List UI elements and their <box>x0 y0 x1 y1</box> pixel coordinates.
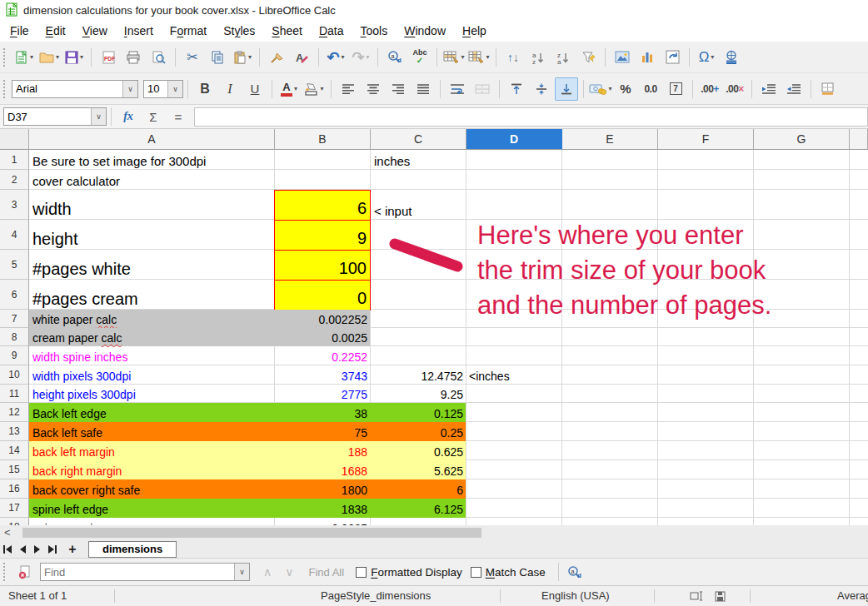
insert-row-button[interactable]: ▾ <box>442 46 466 69</box>
column-header-c[interactable]: C <box>371 129 466 150</box>
cell-A5[interactable]: #pages white <box>32 260 131 278</box>
cell-B15[interactable]: 1688 <box>275 465 367 478</box>
cell-C1[interactable]: inches <box>374 155 410 169</box>
wrap-text-button[interactable] <box>446 77 469 101</box>
justify-button[interactable] <box>412 77 435 101</box>
cell-A4[interactable]: height <box>32 230 78 248</box>
cell-B4-input[interactable]: 9 <box>274 220 371 251</box>
menu-window[interactable]: Window <box>396 22 454 40</box>
column-header-partial[interactable] <box>850 129 868 150</box>
cell-A16[interactable]: back cover right safe <box>32 484 140 497</box>
cell-reference-input[interactable] <box>4 109 91 124</box>
align-left-button[interactable] <box>337 77 360 101</box>
sort-descending-button[interactable]: za <box>551 46 575 69</box>
underline-button[interactable]: U <box>243 77 267 101</box>
format-currency-button[interactable]: ▾ <box>589 77 612 101</box>
print-preview-button[interactable] <box>147 46 170 69</box>
menu-help[interactable]: Help <box>454 22 495 40</box>
delete-decimal-button[interactable]: .00× <box>723 77 746 101</box>
autofilter-button[interactable] <box>576 46 600 69</box>
add-decimal-button[interactable]: .00+ <box>698 77 721 101</box>
insert-chart-button[interactable] <box>636 46 659 69</box>
font-name-combo[interactable]: ∨ <box>12 80 138 98</box>
cell-A8[interactable]: cream paper calc <box>32 332 122 345</box>
average-sum-status[interactable]: Average <box>837 589 868 602</box>
last-sheet-button[interactable] <box>45 542 60 557</box>
find-input[interactable] <box>41 564 234 579</box>
horizontal-scrollbar[interactable]: < <box>0 525 868 540</box>
horizontal-scrollbar-thumb[interactable] <box>22 528 481 538</box>
column-header-g[interactable]: G <box>754 129 850 150</box>
row-header-11[interactable]: 11 <box>0 385 29 403</box>
sheet-tab-dimensions[interactable]: dimensions <box>88 541 177 558</box>
font-size-dropdown[interactable]: ∨ <box>167 81 182 97</box>
undo-button[interactable]: ↶▾ <box>324 46 347 69</box>
hyperlink-button[interactable] <box>720 46 743 69</box>
cell-B8[interactable]: 0.0025 <box>275 332 367 345</box>
find-replace-button[interactable]: ad <box>383 46 407 69</box>
row-header-18[interactable]: 18 <box>0 518 29 525</box>
cell-B11[interactable]: 2775 <box>275 389 367 401</box>
cell-C17[interactable]: 6.125 <box>371 504 463 516</box>
insert-pivot-table-button[interactable] <box>661 46 684 69</box>
row-header-17[interactable]: 17 <box>0 499 29 518</box>
cell-B5-input[interactable]: 100 <box>274 250 371 281</box>
row-header-1[interactable]: 1 <box>0 150 29 170</box>
align-center-button[interactable] <box>362 77 385 101</box>
selection-mode-icon[interactable] <box>690 591 703 601</box>
sort-button[interactable]: ↑↓ <box>501 46 525 69</box>
clone-formatting-button[interactable] <box>265 46 288 69</box>
align-top-button[interactable] <box>505 77 528 101</box>
paste-button[interactable]: ▾ <box>231 46 254 69</box>
next-sheet-button[interactable] <box>30 542 45 557</box>
row-header-4[interactable]: 4 <box>0 220 29 250</box>
column-header-f[interactable]: F <box>658 129 754 150</box>
clear-formatting-button[interactable]: A <box>290 46 313 69</box>
font-name-dropdown[interactable]: ∨ <box>122 81 137 97</box>
align-bottom-button[interactable] <box>555 77 578 101</box>
insert-image-button[interactable] <box>611 46 634 69</box>
format-percent-button[interactable]: % <box>614 77 637 101</box>
cell-A9[interactable]: width spine inches <box>32 351 127 364</box>
first-sheet-button[interactable] <box>0 542 15 557</box>
open-button[interactable]: ▾ <box>37 46 61 69</box>
menu-file[interactable]: File <box>2 22 37 40</box>
row-header-12[interactable]: 12 <box>0 403 29 422</box>
menu-insert[interactable]: Insert <box>116 22 162 40</box>
cell-B9[interactable]: 0.2252 <box>275 351 367 364</box>
column-header-a[interactable]: A <box>29 129 275 150</box>
cell-C10[interactable]: 12.4752 <box>371 370 463 383</box>
toolbar-grip[interactable] <box>3 80 7 98</box>
font-size-combo[interactable]: ∨ <box>143 80 183 98</box>
cell-A11[interactable]: height pixels 300dpi <box>32 389 136 401</box>
font-name-input[interactable] <box>12 82 122 97</box>
language-status[interactable]: English (USA) <box>541 589 610 602</box>
row-header-7[interactable]: 7 <box>0 310 29 328</box>
cell-C3[interactable]: < input <box>374 205 412 219</box>
toolbar-grip[interactable] <box>3 563 7 581</box>
borders-button[interactable] <box>816 77 840 101</box>
equals-button[interactable]: = <box>167 107 190 127</box>
find-all-button[interactable]: Find All <box>309 566 345 579</box>
insert-column-button[interactable]: ▾ <box>467 46 491 69</box>
row-header-8[interactable]: 8 <box>0 328 29 346</box>
find-dropdown[interactable]: ∨ <box>234 564 249 580</box>
new-document-button[interactable]: ▾ <box>12 46 36 69</box>
row-header-6[interactable]: 6 <box>0 280 29 310</box>
find-previous-button[interactable]: ∧ <box>263 565 272 579</box>
cell-A1[interactable]: Be sure to set image for 300dpi <box>32 155 206 169</box>
sum-button[interactable]: Σ <box>142 107 165 127</box>
page-style-status[interactable]: PageStyle_dimensions <box>321 589 431 602</box>
cell-A12[interactable]: Back left edge <box>32 408 107 420</box>
match-case-checkbox[interactable] <box>471 567 481 578</box>
cell-C11[interactable]: 9.25 <box>371 389 463 401</box>
save-button[interactable]: ▾ <box>62 46 86 69</box>
font-color-button[interactable]: A▾ <box>277 77 301 101</box>
sort-ascending-button[interactable]: az <box>526 46 550 69</box>
row-header-16[interactable]: 16 <box>0 479 29 499</box>
cell-B17[interactable]: 1838 <box>275 504 367 516</box>
find-combo[interactable]: ∨ <box>40 563 250 581</box>
row-header-15[interactable]: 15 <box>0 460 29 479</box>
increase-indent-button[interactable] <box>757 77 781 101</box>
row-header-9[interactable]: 9 <box>0 346 29 365</box>
